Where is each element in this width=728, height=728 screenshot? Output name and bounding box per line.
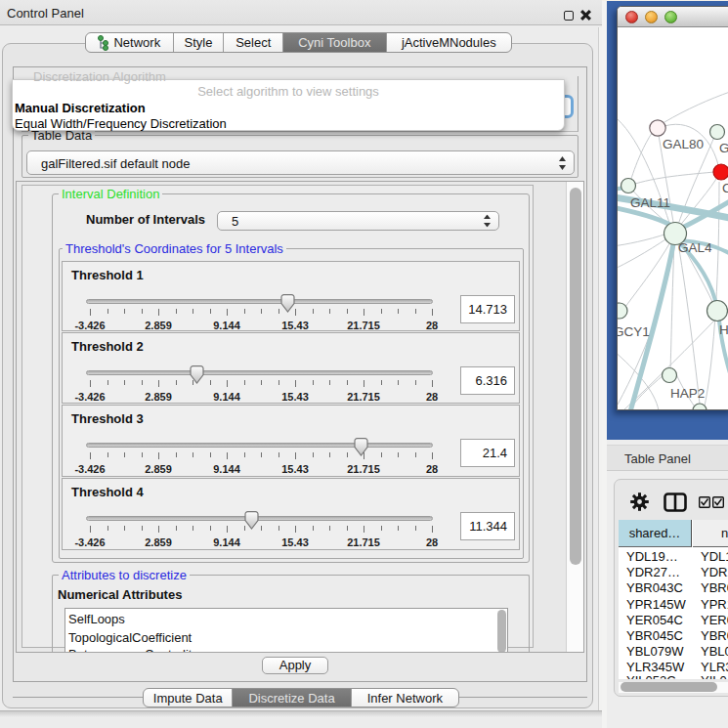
svg-text:H: H [719,322,728,337]
svg-text:HAP2: HAP2 [670,386,705,401]
svg-text:C: C [722,181,728,195]
svg-text:GAL11: GAL11 [630,195,670,210]
svg-text:GAL80: GAL80 [663,137,704,151]
svg-text:GAL4: GAL4 [678,240,712,255]
svg-text:GA: GA [719,141,728,155]
svg-text:GCY1: GCY1 [618,324,650,339]
